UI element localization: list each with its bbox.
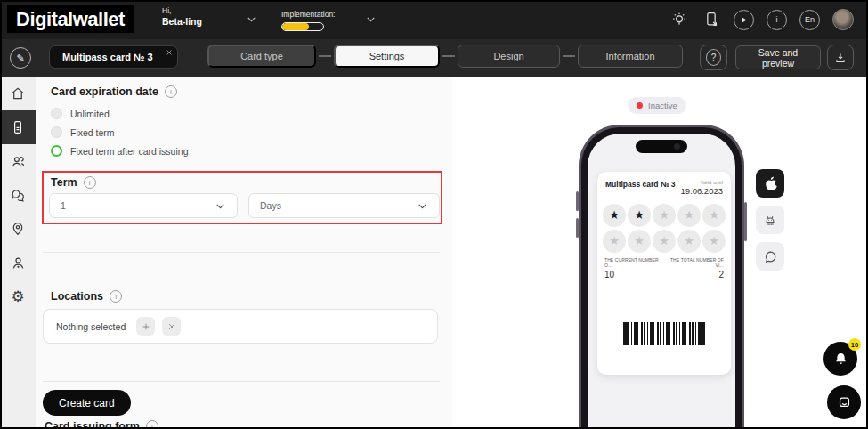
user-menu-chevron-down-icon[interactable] xyxy=(246,13,257,25)
radio-circle xyxy=(51,126,62,138)
info-icon[interactable]: i xyxy=(84,176,96,189)
status-label: Inactive xyxy=(648,101,677,110)
stamp-star-icon: ★ xyxy=(628,230,651,253)
step-connector xyxy=(442,55,455,57)
card-tab-label: Multipass card № 3 xyxy=(62,52,153,62)
user-avatar[interactable] xyxy=(832,9,854,30)
top-icon-row: i En xyxy=(669,9,854,30)
sidebar-item-account[interactable] xyxy=(0,246,36,279)
stamp-star-icon: ★ xyxy=(653,204,676,227)
stamp-star-icon: ★ xyxy=(603,230,626,253)
card-issuing-form-title: Card issuing form i xyxy=(45,420,158,429)
volume-up-button xyxy=(576,191,579,211)
apple-icon xyxy=(763,175,778,192)
speech-bubble-icon xyxy=(763,249,778,264)
card-tab[interactable]: Multipass card № 3 xyxy=(49,45,178,69)
download-button[interactable] xyxy=(827,45,854,70)
support-chat-button[interactable] xyxy=(827,385,861,419)
home-icon xyxy=(10,85,26,101)
stamp-star-icon: ★ xyxy=(702,230,726,253)
bell-icon xyxy=(833,352,848,367)
user-greeting: Hi, Beta-ling xyxy=(162,6,202,28)
tab-information[interactable]: Information xyxy=(578,45,683,68)
stamp-star-icon: ★ xyxy=(702,204,726,227)
save-and-preview-button[interactable]: Save and preview xyxy=(735,45,821,69)
messenger-icon xyxy=(837,395,852,410)
greeting-username: Beta-ling xyxy=(162,16,202,28)
platform-chat-button[interactable] xyxy=(756,242,784,271)
stamp-star-icon: ★ xyxy=(677,204,701,227)
chat-bubbles-icon xyxy=(10,187,27,204)
locations-section-title: Locations i xyxy=(51,290,122,303)
implementation-chevron-down-icon[interactable] xyxy=(365,13,377,25)
question-mark-icon: ? xyxy=(706,49,721,66)
pass-counters: THE CURRENT NUMBER O... 10 THE TOTAL NUM… xyxy=(597,253,731,279)
add-location-button[interactable] xyxy=(136,317,155,336)
radio-fixed-term[interactable]: Fixed term xyxy=(51,126,115,138)
platform-android-button[interactable] xyxy=(756,206,784,234)
term-unit-select[interactable]: Days xyxy=(248,193,440,218)
implementation-label: Implementation: xyxy=(281,10,335,19)
tab-settings[interactable]: Settings xyxy=(334,45,440,68)
stamp-star-icon: ★ xyxy=(603,204,626,227)
sidebar-item-chats[interactable] xyxy=(0,178,36,212)
sidebar-item-locations[interactable] xyxy=(0,212,36,246)
camera-dot xyxy=(674,143,680,150)
users-icon xyxy=(10,153,27,170)
sidebar-item-settings[interactable]: ⚙ xyxy=(0,279,36,313)
radio-fixed-term-after-issuing[interactable]: Fixed term after card issuing xyxy=(51,145,188,157)
term-value-select[interactable]: 1 xyxy=(49,193,238,218)
settings-form: Card expiration date i Unlimited Fixed t… xyxy=(36,77,452,429)
mobile-guide-icon[interactable] xyxy=(702,10,721,29)
help-button[interactable]: ? xyxy=(700,45,727,70)
info-icon[interactable]: i xyxy=(110,290,122,303)
stamps-grid: ★★★★★★★★★★ xyxy=(597,204,731,253)
create-card-button[interactable]: Create card xyxy=(43,390,131,416)
sidebar-item-customers[interactable] xyxy=(0,144,36,178)
idea-lightbulb-icon[interactable] xyxy=(669,10,689,29)
sidebar-item-cards[interactable] xyxy=(0,110,36,144)
pass-validity: Valid until 19.06.2023 xyxy=(680,180,723,197)
play-video-icon[interactable] xyxy=(734,10,754,30)
tab-card-type[interactable]: Card type xyxy=(207,45,316,68)
radio-unlimited[interactable]: Unlimited xyxy=(51,108,110,119)
platform-apple-button[interactable] xyxy=(756,169,784,198)
stamp-star-icon: ★ xyxy=(653,230,676,253)
language-switcher[interactable]: En xyxy=(799,10,820,30)
implementation-progress-fill xyxy=(282,23,309,30)
section-divider xyxy=(43,252,440,253)
info-icon[interactable]: i xyxy=(165,85,177,98)
info-icon[interactable]: i xyxy=(146,420,158,429)
stamp-star-icon: ★ xyxy=(677,230,701,253)
phone-mockup: Multipass card № 3 Valid until 19.06.202… xyxy=(579,125,744,429)
step-connector xyxy=(563,55,575,57)
current-number-counter: THE CURRENT NUMBER O... 10 xyxy=(604,257,664,279)
radio-circle xyxy=(51,108,62,119)
info-icon[interactable]: i xyxy=(767,10,787,30)
clear-locations-button[interactable] xyxy=(162,317,181,336)
download-icon xyxy=(834,52,847,64)
plus-icon xyxy=(142,322,150,331)
locations-picker[interactable]: Nothing selected xyxy=(43,309,438,344)
stamp-star-icon: ★ xyxy=(628,204,651,227)
greeting-hi: Hi, xyxy=(162,6,202,16)
tab-design[interactable]: Design xyxy=(458,45,560,68)
step-connector xyxy=(319,55,331,57)
implementation-widget: Implementation: xyxy=(281,10,335,31)
expiration-section-title: Card expiration date i xyxy=(51,85,177,98)
notifications-button[interactable]: 10 xyxy=(823,342,857,376)
top-bar: Digitalwallet Hi, Beta-ling Implementati… xyxy=(0,0,868,39)
card-terminal-icon xyxy=(10,119,26,135)
left-sidebar: ⚙ xyxy=(0,77,36,429)
status-badge: Inactive xyxy=(628,97,686,114)
section-divider xyxy=(43,381,440,382)
app-logo[interactable]: Digitalwallet xyxy=(7,5,134,33)
power-button xyxy=(744,202,747,241)
edit-pencil-icon[interactable]: ✎ xyxy=(10,47,31,69)
sidebar-item-home[interactable] xyxy=(0,77,36,110)
chevron-down-icon xyxy=(417,200,428,212)
notification-count-badge: 10 xyxy=(848,338,861,351)
phone-screen: Multipass card № 3 Valid until 19.06.202… xyxy=(588,134,735,429)
barcode xyxy=(623,322,705,345)
close-tab-icon[interactable] xyxy=(166,50,172,55)
